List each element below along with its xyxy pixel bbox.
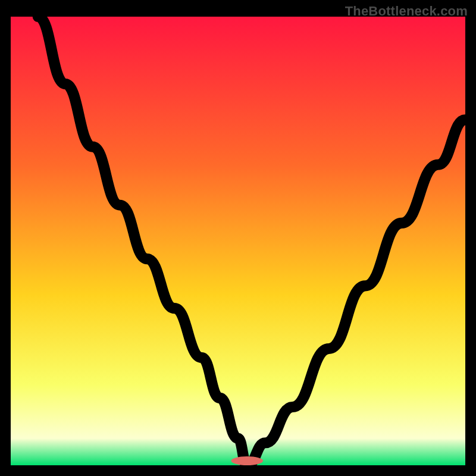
bottleneck-chart xyxy=(11,17,465,465)
chart-stage: TheBottleneck.com xyxy=(0,0,476,476)
valley-marker xyxy=(231,456,263,465)
gradient-background xyxy=(11,17,465,465)
